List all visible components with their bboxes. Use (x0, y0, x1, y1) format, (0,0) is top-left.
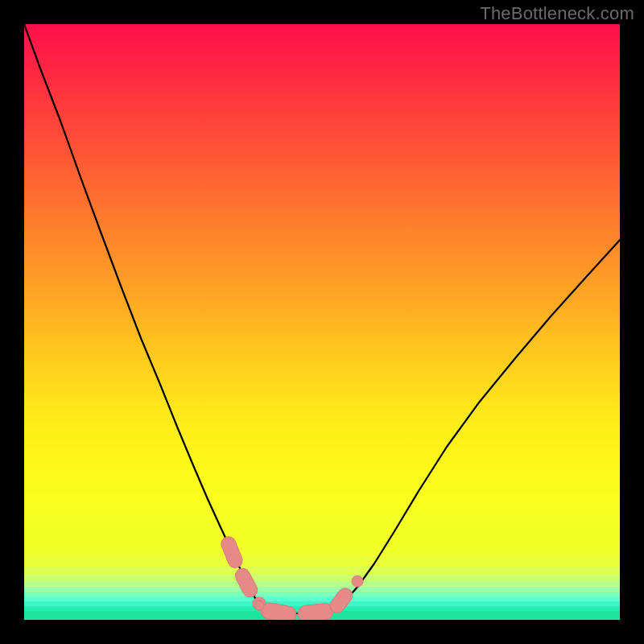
watermark-text: TheBottleneck.com (480, 3, 634, 24)
svg-rect-1 (233, 566, 260, 600)
data-marker (219, 535, 245, 570)
chart-frame: TheBottleneck.com (0, 0, 644, 644)
data-marker (260, 601, 298, 620)
svg-rect-2 (260, 601, 298, 620)
data-marker (297, 603, 334, 620)
bottleneck-curve (24, 24, 620, 620)
bottleneck-path (24, 24, 620, 613)
data-marker (352, 576, 363, 587)
plot-area (24, 24, 620, 620)
data-marker (233, 566, 260, 600)
data-marker (254, 601, 264, 610)
svg-rect-0 (219, 535, 245, 570)
svg-rect-3 (297, 603, 334, 620)
